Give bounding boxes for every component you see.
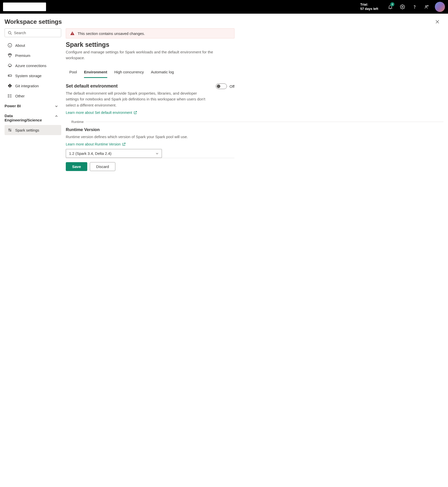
svg-point-9 bbox=[8, 96, 9, 96]
cloud-icon bbox=[8, 63, 12, 68]
sidebar-item-about[interactable]: About bbox=[5, 40, 61, 50]
close-button[interactable] bbox=[433, 18, 441, 26]
sidebar-item-label: System storage bbox=[15, 74, 41, 78]
chevron-down-icon bbox=[55, 104, 58, 108]
search-placeholder: Search bbox=[14, 31, 26, 35]
top-bar: Trial: 57 days left 4 bbox=[0, 0, 448, 14]
runtime-version-description: Runtime version defines which version of… bbox=[66, 134, 212, 140]
warning-icon bbox=[70, 31, 75, 36]
trial-line2: 57 days left bbox=[360, 7, 378, 11]
trial-line1: Trial: bbox=[360, 3, 378, 7]
sidebar-item-storage[interactable]: System storage bbox=[5, 71, 61, 81]
select-value: 1.2 (Spark 3.4, Delta 2.4) bbox=[69, 151, 112, 156]
sidebar-group-label: Data Engineering/Science bbox=[5, 114, 45, 122]
toggle-state-label: Off bbox=[229, 84, 234, 89]
gear-icon bbox=[400, 4, 405, 9]
svg-point-3 bbox=[427, 5, 428, 6]
tab-environment[interactable]: Environment bbox=[84, 67, 107, 78]
sliders-icon bbox=[8, 128, 12, 132]
link-text: Learn more about Runtime Version bbox=[66, 142, 121, 146]
trial-status: Trial: 57 days left bbox=[360, 3, 378, 11]
tabs: Pool Environment High concurrency Automa… bbox=[66, 67, 443, 78]
chevron-up-icon bbox=[55, 114, 58, 118]
notification-badge: 4 bbox=[390, 2, 394, 6]
settings-sidebar: Search About Premium Azure connections bbox=[5, 28, 61, 176]
info-icon bbox=[8, 43, 12, 48]
svg-point-1 bbox=[414, 8, 415, 8]
alert-text: This section contains unsaved changes. bbox=[78, 31, 145, 36]
storage-icon bbox=[8, 73, 12, 78]
svg-point-10 bbox=[8, 97, 9, 97]
people-icon bbox=[424, 4, 429, 9]
svg-point-12 bbox=[10, 130, 11, 131]
close-icon bbox=[435, 20, 439, 24]
sidebar-item-label: Other bbox=[15, 94, 25, 98]
tab-pool[interactable]: Pool bbox=[69, 67, 77, 78]
svg-point-11 bbox=[9, 129, 9, 130]
link-text: Learn more about Set default environment bbox=[66, 111, 132, 115]
sidebar-item-spark-settings[interactable]: Spark settings bbox=[5, 125, 61, 135]
sidebar-item-other[interactable]: Other bbox=[5, 91, 61, 101]
learn-more-runtime-link[interactable]: Learn more about Runtime Version bbox=[66, 142, 126, 146]
svg-point-4 bbox=[8, 31, 11, 34]
external-link-icon bbox=[122, 142, 126, 146]
section-title: Spark settings bbox=[66, 41, 443, 48]
content-pane: This section contains unsaved changes. S… bbox=[66, 28, 443, 176]
default-env-toggle[interactable] bbox=[216, 83, 227, 89]
list-icon bbox=[8, 94, 12, 98]
section-description: Configure and manage settings for Spark … bbox=[66, 49, 223, 61]
runtime-version-title: Runtime Version bbox=[66, 127, 234, 132]
diamond-icon bbox=[8, 53, 12, 58]
sidebar-item-label: About bbox=[15, 43, 25, 48]
sidebar-group-data-engineering[interactable]: Data Engineering/Science bbox=[5, 111, 61, 125]
page-body: Workspace settings Search About Premium bbox=[0, 14, 448, 176]
default-env-title: Set default environment bbox=[66, 83, 210, 89]
help-button[interactable] bbox=[409, 1, 421, 13]
svg-point-0 bbox=[402, 6, 403, 8]
search-icon bbox=[8, 31, 12, 35]
discard-button[interactable]: Discard bbox=[90, 162, 115, 171]
tab-automatic-log[interactable]: Automatic log bbox=[151, 67, 174, 78]
page-title: Workspace settings bbox=[5, 18, 62, 25]
svg-point-2 bbox=[425, 6, 427, 7]
svg-point-7 bbox=[9, 75, 9, 76]
sidebar-item-label: Spark settings bbox=[15, 128, 39, 132]
search-input[interactable]: Search bbox=[5, 28, 61, 37]
sidebar-group-powerbi[interactable]: Power BI bbox=[5, 101, 61, 111]
feedback-button[interactable] bbox=[421, 1, 433, 13]
sidebar-item-label: Git integration bbox=[15, 84, 39, 88]
sidebar-item-label: Azure connections bbox=[15, 63, 46, 68]
unsaved-changes-alert: This section contains unsaved changes. bbox=[66, 28, 234, 38]
default-env-description: The default environment will provide Spa… bbox=[66, 90, 210, 108]
user-avatar[interactable] bbox=[435, 2, 445, 12]
learn-more-default-env-link[interactable]: Learn more about Set default environment bbox=[66, 111, 137, 115]
question-icon bbox=[412, 4, 417, 9]
chevron-down-icon bbox=[156, 152, 159, 155]
tab-high-concurrency[interactable]: High concurrency bbox=[114, 67, 144, 78]
sidebar-item-label: Premium bbox=[15, 53, 30, 58]
runtime-group-label: Runtime bbox=[66, 120, 86, 124]
sidebar-item-azure[interactable]: Azure connections bbox=[5, 60, 61, 71]
notifications-button[interactable]: 4 bbox=[384, 1, 396, 13]
git-icon bbox=[8, 83, 12, 88]
sidebar-group-label: Power BI bbox=[5, 104, 21, 108]
sidebar-item-git[interactable]: Git integration bbox=[5, 81, 61, 91]
global-search-box[interactable] bbox=[3, 3, 46, 11]
save-button[interactable]: Save bbox=[66, 162, 87, 171]
svg-point-8 bbox=[8, 94, 9, 95]
sidebar-item-premium[interactable]: Premium bbox=[5, 50, 61, 60]
external-link-icon bbox=[134, 111, 137, 114]
settings-button[interactable] bbox=[396, 1, 409, 13]
runtime-version-select[interactable]: 1.2 (Spark 3.4, Delta 2.4) bbox=[66, 149, 162, 158]
footer-actions: Save Discard bbox=[66, 158, 234, 176]
svg-point-13 bbox=[72, 34, 73, 35]
